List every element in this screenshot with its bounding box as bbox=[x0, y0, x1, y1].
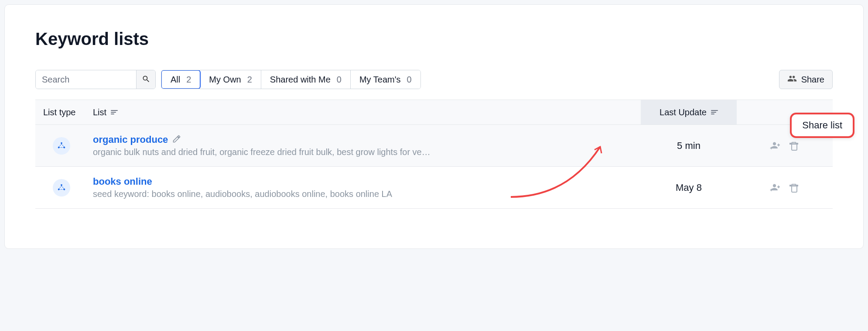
svg-point-0 bbox=[61, 142, 62, 144]
svg-point-2 bbox=[64, 146, 65, 148]
tab-my-own[interactable]: My Own 2 bbox=[200, 70, 261, 89]
share-label: Share bbox=[801, 75, 824, 85]
col-list[interactable]: List bbox=[88, 107, 641, 117]
sort-icon bbox=[111, 110, 118, 114]
search-icon bbox=[142, 75, 150, 85]
tab-count: 2 bbox=[186, 75, 191, 85]
page-title: Keyword lists bbox=[35, 29, 833, 49]
delete-icon[interactable] bbox=[789, 183, 800, 193]
tab-count: 2 bbox=[247, 75, 252, 85]
table-row: organic produce organic bulk nuts and dr… bbox=[35, 125, 833, 167]
toolbar: All 2 My Own 2 Shared with Me 0 My Team'… bbox=[35, 70, 833, 89]
table-header: List type List Last Update bbox=[35, 100, 833, 125]
col-last-update[interactable]: Last Update bbox=[641, 100, 737, 124]
list-name-link[interactable]: organic produce bbox=[93, 134, 168, 145]
tab-all[interactable]: All 2 bbox=[161, 70, 201, 89]
sort-icon bbox=[711, 110, 718, 114]
svg-point-4 bbox=[58, 188, 60, 190]
share-button[interactable]: Share bbox=[779, 70, 833, 89]
svg-point-3 bbox=[61, 184, 62, 186]
list-description: organic bulk nuts and dried fruit, organ… bbox=[93, 147, 433, 157]
tab-label: My Team's bbox=[359, 75, 401, 85]
list-description: seed keyword: books online, audiobooks, … bbox=[93, 189, 433, 199]
svg-point-1 bbox=[58, 146, 60, 148]
tab-label: All bbox=[171, 75, 180, 85]
cell-list: organic produce organic bulk nuts and dr… bbox=[88, 134, 641, 157]
lists-table: List type List Last Update organic prod bbox=[35, 100, 833, 209]
filter-tabs: All 2 My Own 2 Shared with Me 0 My Team'… bbox=[161, 70, 421, 89]
table-row: books online seed keyword: books online,… bbox=[35, 167, 833, 209]
tab-count: 0 bbox=[407, 75, 412, 85]
share-list-tooltip: Share list bbox=[790, 113, 854, 138]
search-container bbox=[35, 70, 156, 89]
share-list-icon[interactable] bbox=[770, 141, 780, 151]
cell-actions bbox=[737, 183, 833, 193]
tab-label: Shared with Me bbox=[270, 75, 331, 85]
edit-icon[interactable] bbox=[172, 134, 181, 145]
delete-icon[interactable] bbox=[789, 141, 800, 151]
cell-list: books online seed keyword: books online,… bbox=[88, 176, 641, 199]
tab-shared-with-me[interactable]: Shared with Me 0 bbox=[261, 70, 351, 89]
tab-my-teams[interactable]: My Team's 0 bbox=[351, 70, 420, 89]
list-type-icon bbox=[53, 137, 70, 155]
cell-actions bbox=[737, 141, 833, 151]
cell-updated: 5 min bbox=[641, 140, 737, 152]
share-list-icon[interactable] bbox=[770, 183, 780, 193]
col-list-type[interactable]: List type bbox=[35, 107, 88, 117]
tab-count: 0 bbox=[337, 75, 342, 85]
list-type-icon bbox=[53, 179, 70, 197]
cell-type bbox=[35, 137, 88, 155]
search-input[interactable] bbox=[36, 70, 136, 89]
tab-label: My Own bbox=[209, 75, 241, 85]
people-icon bbox=[787, 74, 797, 86]
list-name-link[interactable]: books online bbox=[93, 176, 152, 187]
keyword-lists-panel: Keyword lists All 2 My Own 2 Shared with… bbox=[4, 4, 864, 249]
svg-point-5 bbox=[64, 188, 65, 190]
search-button[interactable] bbox=[136, 70, 155, 89]
cell-type bbox=[35, 179, 88, 197]
cell-updated: May 8 bbox=[641, 182, 737, 193]
